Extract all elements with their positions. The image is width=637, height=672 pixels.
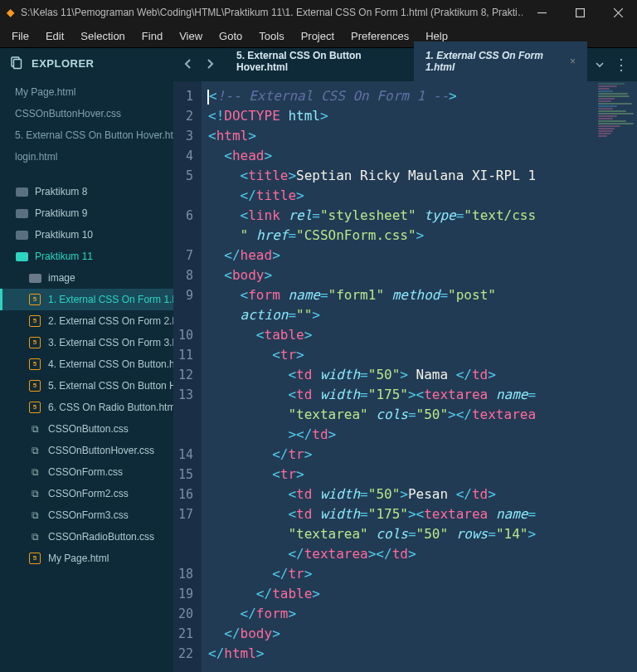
folder-icon: [15, 207, 28, 220]
explorer-title: EXPLORER: [32, 57, 95, 70]
tab-inactive[interactable]: 5. External CSS On Button Hover.html: [225, 41, 414, 81]
html-icon: 5: [28, 358, 41, 371]
editor-area: 5. External CSS On Button Hover.html 1. …: [173, 48, 637, 672]
folder-tree: Praktikum 8Praktikum 9Praktikum 10Prakti…: [0, 178, 173, 569]
css-icon: ⧉: [28, 509, 41, 522]
folder-icon: [15, 228, 28, 241]
open-file[interactable]: login.html: [0, 146, 173, 168]
tree-item[interactable]: 55. External CSS On Button Ho: [0, 375, 173, 397]
code-content[interactable]: <!-- External CSS On Form 1 --> <!DOCTYP…: [202, 81, 542, 672]
minimap[interactable]: [598, 83, 635, 183]
css-icon: ⧉: [28, 465, 41, 479]
folder-icon: [15, 185, 28, 198]
tree-item[interactable]: ⧉CSSOnRadioButton.css: [0, 526, 173, 548]
folder-item[interactable]: Praktikum 11: [0, 246, 173, 267]
folder-item[interactable]: Praktikum 8: [0, 181, 173, 202]
html-icon: 5: [28, 336, 41, 349]
maximize-button[interactable]: [561, 0, 599, 25]
css-icon: ⧉: [28, 444, 41, 457]
tree-item[interactable]: 52. External CSS On Form 2.ht: [0, 310, 173, 332]
tree-item[interactable]: ⧉CSSOnForm2.css: [0, 483, 173, 504]
tree-item[interactable]: ⧉CSSOnForm.css: [0, 461, 173, 483]
titlebar: ◆ S:\Kelas 11\Pemograman Web\Coding\HTML…: [0, 0, 637, 25]
tree-item[interactable]: 56. CSS On Radio Button.html: [0, 397, 173, 418]
explorer-header[interactable]: EXPLORER: [0, 48, 173, 78]
folder-item[interactable]: Praktikum 9: [0, 202, 173, 224]
open-files-list: My Page.htmlCSSOnButtonHover.css5. Exter…: [0, 78, 173, 178]
open-file[interactable]: 5. External CSS On Button Hover.html: [0, 124, 173, 146]
tree-item[interactable]: image: [0, 267, 173, 289]
close-tab-icon[interactable]: ×: [570, 56, 576, 67]
svg-rect-0: [576, 8, 584, 17]
css-icon: ⧉: [28, 487, 41, 500]
folder-icon: [15, 250, 28, 263]
minimize-button[interactable]: [523, 0, 561, 25]
menu-find[interactable]: Find: [134, 27, 171, 46]
open-file[interactable]: CSSOnButtonHover.css: [0, 103, 173, 124]
files-icon: [10, 56, 23, 70]
open-file[interactable]: My Page.html: [0, 81, 173, 103]
html-icon: 5: [28, 293, 41, 306]
svg-rect-2: [14, 60, 22, 69]
menu-edit[interactable]: Edit: [37, 27, 72, 46]
css-icon: ⧉: [28, 530, 41, 543]
close-button[interactable]: [599, 0, 637, 25]
explorer-sidebar: EXPLORER My Page.htmlCSSOnButtonHover.cs…: [0, 48, 173, 672]
html-icon: 5: [28, 552, 41, 565]
tree-item[interactable]: ⧉CSSOnForm3.css: [0, 504, 173, 526]
menu-view[interactable]: View: [171, 27, 211, 46]
tab-active[interactable]: 1. External CSS On Form 1.html×: [414, 41, 587, 81]
tree-item[interactable]: 53. External CSS On Form 3.ht: [0, 332, 173, 353]
html-icon: 5: [28, 379, 41, 392]
tab-dropdown-icon[interactable]: [596, 59, 604, 71]
tree-item[interactable]: 54. External CSS On Button.ht: [0, 353, 173, 375]
css-icon: ⧉: [28, 422, 41, 436]
code-editor[interactable]: 12345 6 789 10111213 14151617 1819202122…: [173, 81, 637, 672]
editor-topbar: 5. External CSS On Button Hover.html 1. …: [173, 48, 637, 81]
folder-icon: [28, 271, 41, 285]
menu-file[interactable]: File: [3, 27, 37, 46]
html-icon: 5: [28, 314, 41, 328]
app-icon: ◆: [7, 7, 14, 18]
line-gutter: 12345 6 789 10111213 14151617 1819202122: [173, 81, 202, 672]
more-icon[interactable]: ⋮: [614, 61, 629, 69]
tree-item[interactable]: ⧉CSSOnButtonHover.css: [0, 440, 173, 461]
tree-item[interactable]: 51. External CSS On Form 1.ht: [0, 289, 173, 310]
html-icon: 5: [28, 401, 41, 414]
folder-item[interactable]: Praktikum 10: [0, 224, 173, 246]
nav-back-icon[interactable]: [183, 59, 193, 71]
menu-selection[interactable]: Selection: [72, 27, 133, 46]
tree-item[interactable]: 5My Page.html: [0, 548, 173, 569]
tree-item[interactable]: ⧉CSSOnButton.css: [0, 418, 173, 440]
window-title: S:\Kelas 11\Pemograman Web\Coding\HTML\P…: [21, 7, 523, 18]
nav-forward-icon[interactable]: [205, 59, 215, 71]
